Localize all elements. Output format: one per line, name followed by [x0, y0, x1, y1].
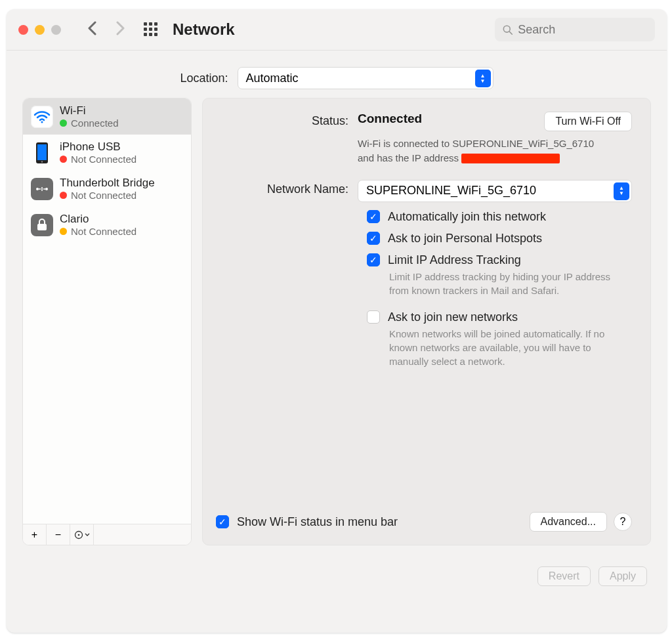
updown-arrows-icon: ▲▼: [475, 70, 491, 87]
service-name: Thunderbolt Bridge: [60, 177, 155, 190]
show-menu-checkbox[interactable]: ✓: [216, 515, 229, 528]
sidebar-footer: + −: [23, 524, 191, 545]
network-name-select[interactable]: SUPERONLINE_WiFi_5G_6710 ▲▼: [358, 180, 632, 202]
services-sidebar: Wi-Fi Connected iPhone USB Not Connected: [22, 98, 192, 545]
revert-button[interactable]: Revert: [537, 566, 591, 586]
location-select[interactable]: Automatic ▲▼: [238, 67, 494, 89]
svg-rect-8: [37, 224, 47, 230]
service-name: iPhone USB: [60, 140, 136, 154]
content-area: Wi-Fi Connected iPhone USB Not Connected: [7, 98, 667, 557]
show-all-icon[interactable]: [144, 22, 158, 37]
advanced-button[interactable]: Advanced...: [530, 512, 608, 532]
window-footer: Revert Apply: [7, 557, 667, 586]
status-label: Status:: [216, 112, 358, 131]
service-name: Wi-Fi: [60, 104, 119, 117]
nav-buttons: [87, 21, 125, 38]
ask-hotspots-label: Ask to join Personal Hotspots: [388, 232, 542, 245]
service-status: Connected: [60, 117, 119, 129]
iphone-icon: [31, 142, 53, 164]
service-name: Clario: [60, 213, 136, 226]
thunderbolt-icon: [31, 178, 53, 200]
service-status: Not Connected: [60, 154, 136, 165]
status-description: Wi-Fi is connected to SUPERONLINE_WiFi_5…: [358, 137, 607, 165]
limit-ip-label: Limit IP Address Tracking: [388, 253, 521, 267]
svg-point-5: [41, 161, 43, 162]
search-field[interactable]: [495, 18, 655, 41]
add-service-button[interactable]: +: [23, 524, 47, 545]
service-status: Not Connected: [60, 226, 136, 237]
limit-ip-checkbox-row[interactable]: ✓ Limit IP Address Tracking: [367, 253, 632, 267]
apply-button[interactable]: Apply: [598, 566, 647, 586]
service-clario[interactable]: Clario Not Connected: [23, 207, 191, 243]
checkbox-checked-icon: ✓: [367, 232, 380, 245]
minimize-window-button[interactable]: [35, 25, 45, 35]
svg-point-7: [45, 188, 48, 190]
service-iphone-usb[interactable]: iPhone USB Not Connected: [23, 135, 191, 171]
service-actions-button[interactable]: [70, 524, 94, 545]
redacted-ip: [461, 154, 560, 163]
status-dot-icon: [60, 228, 67, 235]
back-button[interactable]: [87, 21, 96, 38]
window-controls: [18, 25, 61, 35]
location-value: Automatic: [246, 72, 299, 85]
status-dot-icon: [60, 156, 67, 163]
svg-line-1: [509, 32, 512, 34]
ask-new-label: Ask to join new networks: [388, 310, 518, 324]
remove-service-button[interactable]: −: [47, 524, 70, 545]
network-name-label: Network Name:: [216, 180, 358, 202]
turn-wifi-off-button[interactable]: Turn Wi-Fi Off: [544, 112, 632, 131]
wifi-icon: [31, 106, 53, 128]
svg-point-0: [503, 26, 510, 32]
svg-point-6: [36, 188, 39, 190]
location-label: Location:: [180, 72, 228, 85]
search-icon: [503, 24, 513, 35]
search-input[interactable]: [518, 23, 647, 37]
checkbox-checked-icon: ✓: [367, 253, 380, 266]
auto-join-checkbox-row[interactable]: ✓ Automatically join this network: [367, 210, 632, 224]
checkbox-unchecked-icon: [367, 310, 380, 324]
network-preferences-window: Network Location: Automatic ▲▼ Wi-Fi Con…: [7, 9, 667, 633]
detail-panel: Status: Connected Turn Wi-Fi Off Wi-Fi i…: [202, 98, 651, 545]
svg-point-10: [77, 534, 79, 536]
status-dot-icon: [60, 192, 67, 199]
ask-new-checkbox-row[interactable]: Ask to join new networks: [367, 310, 632, 324]
help-button[interactable]: ?: [614, 513, 632, 531]
checkbox-checked-icon: ✓: [367, 210, 380, 223]
service-status: Not Connected: [60, 190, 155, 201]
network-name-value: SUPERONLINE_WiFi_5G_6710: [366, 184, 536, 198]
titlebar: Network: [7, 9, 667, 50]
svg-point-2: [41, 121, 43, 123]
close-window-button[interactable]: [18, 25, 28, 35]
forward-button[interactable]: [116, 21, 125, 38]
divider: [7, 50, 667, 51]
svg-rect-4: [37, 144, 47, 160]
auto-join-label: Automatically join this network: [388, 210, 546, 224]
location-row: Location: Automatic ▲▼: [7, 58, 667, 98]
status-dot-icon: [60, 119, 67, 127]
lock-icon: [31, 214, 53, 236]
service-thunderbolt[interactable]: Thunderbolt Bridge Not Connected: [23, 171, 191, 207]
show-menu-label: Show Wi-Fi status in menu bar: [237, 515, 398, 529]
ask-new-description: Known networks will be joined automatica…: [389, 327, 632, 368]
updown-arrows-icon: ▲▼: [614, 182, 629, 200]
zoom-window-button[interactable]: [51, 25, 61, 35]
page-title: Network: [173, 20, 235, 39]
service-wifi[interactable]: Wi-Fi Connected: [23, 98, 191, 135]
ask-hotspots-checkbox-row[interactable]: ✓ Ask to join Personal Hotspots: [367, 232, 632, 245]
limit-ip-description: Limit IP address tracking by hiding your…: [389, 270, 632, 297]
status-value: Connected: [358, 112, 544, 126]
